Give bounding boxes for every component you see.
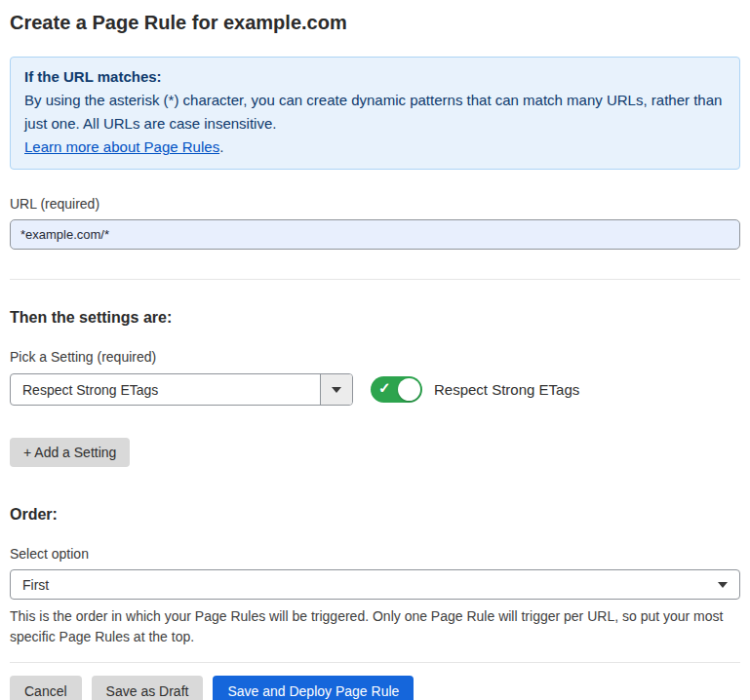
save-draft-button[interactable]: Save as Draft [92,676,204,700]
learn-more-link[interactable]: Learn more about Page Rules [24,138,219,155]
setting-select-value: Respect Strong ETags [11,374,320,405]
cancel-button[interactable]: Cancel [10,676,82,700]
footer-actions: Cancel Save as Draft Save and Deploy Pag… [10,676,740,700]
order-select[interactable]: First [10,569,740,600]
info-box-heading: If the URL matches: [24,65,726,89]
page-rule-form: Create a Page Rule for example.com If th… [0,0,750,700]
chevron-down-icon [718,582,728,588]
url-input[interactable] [10,219,740,250]
divider [10,662,740,663]
save-deploy-button[interactable]: Save and Deploy Page Rule [213,676,414,700]
chevron-down-icon [332,387,341,393]
add-setting-button[interactable]: + Add a Setting [10,438,130,467]
settings-section-heading: Then the settings are: [10,309,740,327]
order-select-value: First [22,577,49,593]
page-title: Create a Page Rule for example.com [10,12,740,34]
setting-select-caret-button[interactable] [320,374,352,405]
etags-toggle[interactable]: ✓ [371,376,422,403]
pick-setting-label: Pick a Setting (required) [10,349,740,365]
order-help-text: This is the order in which your Page Rul… [10,606,740,647]
url-match-info-box: If the URL matches: By using the asteris… [10,57,740,170]
toggle-label: Respect Strong ETags [434,381,579,398]
setting-row: Respect Strong ETags ✓ Respect Strong ET… [10,373,740,406]
toggle-knob [398,378,420,401]
info-box-link-row: Learn more about Page Rules. [24,136,726,159]
setting-select[interactable]: Respect Strong ETags [10,373,353,406]
url-field-label: URL (required) [10,196,740,212]
check-icon: ✓ [378,379,391,397]
select-option-label: Select option [10,546,740,562]
order-section-heading: Order: [10,506,740,524]
link-period: . [219,138,223,155]
divider [10,279,740,280]
info-box-body: By using the asterisk (*) character, you… [24,89,726,136]
